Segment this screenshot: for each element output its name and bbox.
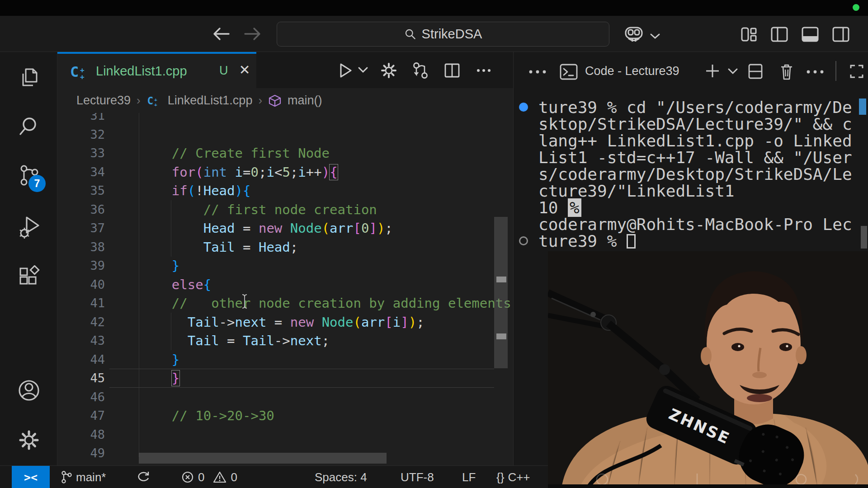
line-number: 33 [57,144,105,163]
chevron-down-icon[interactable] [648,32,662,41]
line-content: } [140,371,179,386]
language-name: C++ [508,470,530,484]
open-changes-icon[interactable] [411,61,430,80]
command-decoration-dot [519,103,528,112]
code-line-44[interactable]: 44 } [57,350,513,369]
terminal-line: coderarmy@Rohits-MacBook-Pro Lec [538,216,852,233]
code-line-33[interactable]: 33 // Create first Node [57,144,513,163]
line-content: } [140,258,179,273]
braces-icon: {} [496,470,504,484]
toggle-sidebar-icon[interactable] [769,24,790,45]
account-icon[interactable] [17,378,41,403]
line-content: else{ [140,277,211,292]
line-number: 31 [57,113,105,125]
toggle-secondary-sidebar-icon[interactable] [830,24,852,45]
breadcrumb-folder[interactable]: Lecture39 [76,94,131,108]
tab-close-icon[interactable]: ✕ [236,62,253,78]
terminal-more-actions-icon[interactable] [805,68,826,75]
remote-indicator[interactable]: >< [12,466,50,488]
encoding-item[interactable]: UTF-8 [401,466,434,488]
run-dropdown-chevron-icon[interactable] [357,66,369,75]
warning-count: 0 [231,470,237,484]
toggle-panel-icon[interactable] [799,24,821,45]
line-content: } [140,352,179,367]
kill-terminal-trash-icon[interactable] [778,62,796,82]
search-text: StrikeDSA [422,27,482,42]
code-line-32[interactable]: 32 [57,125,513,144]
code-line-43[interactable]: 43 Tail = Tail->next; [57,331,513,350]
code-line-35[interactable]: 35 if(!Head){ [57,181,513,200]
svg-text:C: C [147,94,153,106]
code-line-48[interactable]: 48 [57,425,513,444]
sync-icon[interactable] [136,470,151,484]
editor-horizontal-scrollbar[interactable] [139,453,387,464]
code-line-31[interactable]: 31 [57,113,513,125]
search-sidebar-icon[interactable] [17,114,41,139]
branch-icon [61,470,72,484]
terminal-title[interactable]: Code - Lecture39 [585,64,679,78]
command-center-search[interactable]: StrikeDSA [277,22,609,47]
back-arrow-icon[interactable] [212,25,231,43]
recording-indicator-dot [853,4,859,11]
git-branch-item[interactable]: main* [61,466,106,488]
code-line-42[interactable]: 42 Tail->next = new Node(arr[i]); [57,313,513,332]
terminal-icon [559,62,579,82]
indentation-item[interactable]: Spaces: 4 [315,466,367,488]
cpp-file-icon: C + + [69,63,91,81]
forward-arrow-icon[interactable] [242,25,262,43]
run-button[interactable] [335,61,354,80]
language-mode-item[interactable]: {} C++ [496,466,530,488]
line-content: Head = new Node(arr[0]); [140,221,393,236]
code-area[interactable]: 313233 // Create first Node34 for(int i=… [57,113,513,465]
code-line-36[interactable]: 36 // first node creation [57,200,513,219]
breadcrumb-file[interactable]: LinkedList1.cpp [168,94,253,108]
code-line-34[interactable]: 34 for(int i=0;i<5;i++){ [57,163,513,182]
line-number: 37 [57,219,105,238]
split-terminal-icon[interactable] [746,62,765,81]
line-content: if(!Head){ [140,183,250,198]
run-settings-gear-icon[interactable] [379,61,398,80]
command-decoration-circle [519,236,528,245]
new-terminal-icon[interactable] [703,62,722,80]
panel-more-actions-icon[interactable] [527,68,548,75]
svg-text:+: + [80,73,85,81]
tab-linkedlist1-cpp[interactable]: C + + LinkedList1.cpp U ✕ [57,52,256,88]
line-content: Tail = Head; [140,239,298,255]
code-line-37[interactable]: 37 Head = new Node(arr[0]); [57,219,513,238]
code-line-45[interactable]: 45 } [57,369,513,388]
mouse-ibeam-cursor [241,294,248,309]
settings-gear-icon[interactable] [17,428,41,452]
extensions-icon[interactable] [17,265,41,290]
copilot-icon[interactable] [623,24,645,45]
symbol-method-cube-icon [268,94,282,108]
terminal-scrollbar[interactable] [861,226,867,249]
editor-vertical-scrollbar[interactable] [494,217,508,368]
terminal-panel-header: Code - Lecture39 [514,52,868,93]
overview-ruler-mark [496,333,506,339]
svg-text:+: + [154,101,157,108]
customize-layout-icon[interactable] [738,24,760,45]
terminal-line: 10 % [538,199,581,216]
line-content: Tail = Tail->next; [140,333,330,348]
terminal-line: s/coderarmy/Desktop/StrikeDSA/Le [538,166,852,183]
editor-more-actions-icon[interactable] [474,61,493,80]
line-number: 41 [57,294,105,313]
split-editor-icon[interactable] [443,61,462,80]
line-number: 49 [57,444,105,463]
breadcrumb-symbol[interactable]: main() [288,94,322,108]
explorer-icon[interactable] [17,66,41,90]
line-number: 35 [57,181,105,200]
code-line-39[interactable]: 39 } [57,256,513,275]
code-line-47[interactable]: 47 // 10->20->30 [57,406,513,425]
code-line-41[interactable]: 41 // other node creation by adding elem… [57,294,513,313]
code-line-40[interactable]: 40 else{ [57,275,513,294]
run-debug-icon[interactable] [17,215,41,239]
eol-item[interactable]: LF [462,466,476,488]
code-line-46[interactable]: 46 [57,388,513,407]
line-number: 40 [57,275,105,294]
problems-item[interactable]: 0 0 [181,466,237,488]
terminal-dropdown-chevron-icon[interactable] [727,67,739,75]
maximize-panel-icon[interactable] [847,62,866,81]
terminal-line: List1 -std=c++17 -Wall && "/User [538,149,852,166]
code-line-38[interactable]: 38 Tail = Head; [57,238,513,257]
